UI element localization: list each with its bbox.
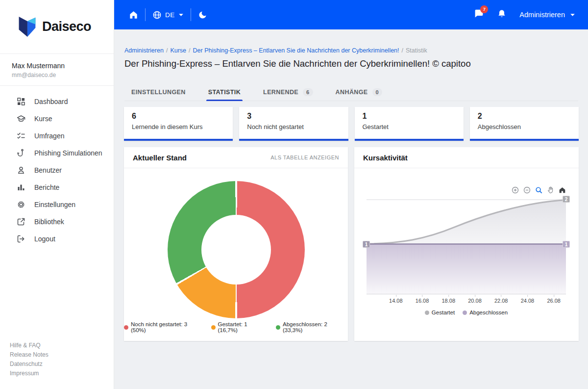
sidebar-item-umfragen[interactable]: Umfragen [0,127,114,144]
donut-chart: Noch nicht gestartet: 3 (50%) Gestartet:… [124,168,348,341]
notifications-button[interactable] [497,9,507,21]
legend-label: Abgeschlossen [469,310,508,315]
language-selector[interactable]: DE [152,10,184,20]
library-icon [17,217,25,226]
tab-count-badge: 6 [303,88,313,96]
legend-item-nicht-gestartet[interactable]: Noch nicht gestartet: 3 (50%) [124,321,203,333]
sidebar-item-label: Dashboard [34,98,68,105]
donut-legend: Noch nicht gestartet: 3 (50%) Gestartet:… [124,321,348,333]
sidebar-item-label: Einstellungen [34,201,75,208]
sidebar-item-phishing-simulationen[interactable]: Phishing Simulationen [0,144,114,161]
tab-label: STATISTIK [208,89,241,96]
language-label: DE [165,11,175,19]
footer-link-hilfe-faq[interactable]: Hilfe & FAQ [10,341,114,350]
sidebar-item-berichte[interactable]: Berichte [0,179,114,196]
show-as-table-button[interactable]: ALS TABELLE ANZEIGEN [270,155,339,160]
breadcrumb-link-kurse[interactable]: Kurse [170,47,186,54]
legend-label: Gestartet: 1 (16,7%) [218,321,269,333]
tab-bar: EINSTELLUNGEN STATISTIK LERNENDE 6 ANHÄN… [124,84,578,101]
sidebar-item-einstellungen[interactable]: Einstellungen [0,196,114,213]
sidebar-menu: Dashboard Kurse Umfragen Phishing Simu [0,86,114,341]
pan-hand-icon[interactable] [547,186,554,194]
charts-row: Aktueller Stand ALS TABELLE ANZEIGEN Noc… [124,147,579,341]
sidebar-item-dashboard[interactable]: Dashboard [0,93,114,110]
zoom-select-icon[interactable] [535,186,542,194]
sidebar-item-kurse[interactable]: Kurse [0,110,114,127]
brand-name: Daiseco [42,19,91,34]
users-icon [17,166,25,175]
x-tick: 20.08 [468,298,482,304]
logout-icon [17,234,25,243]
tab-anhaenge[interactable]: ANHÄNGE 0 [329,84,390,101]
legend-dot-purple [463,311,467,315]
stat-card-gestartet: 1 Gestartet [355,107,464,141]
phishing-hook-icon [17,149,25,157]
tab-einstellungen[interactable]: EINSTELLUNGEN [124,84,193,101]
legend-dot-red [124,325,128,330]
legend-item-gestartet[interactable]: Gestartet: 1 (16,7%) [211,321,269,333]
zoom-out-icon[interactable] [523,186,531,194]
messages-button[interactable]: 7 [474,9,484,21]
legend-dot-orange [211,325,216,330]
bell-icon [497,9,507,19]
footer-link-release-notes[interactable]: Release Notes [10,350,114,360]
stats-row: 6 Lernende in diesem Kurs 3 Noch nicht g… [124,107,579,141]
topbar-divider [191,8,191,21]
sidebar-item-bibliothek[interactable]: Bibliothek [0,213,114,230]
stat-label: Abgeschlossen [478,123,571,130]
breadcrumb-link-administrieren[interactable]: Administrieren [124,47,164,54]
dashboard-icon [17,97,25,106]
tab-count-badge: 0 [372,88,383,96]
edge-label-right-line: 1 [563,241,570,248]
breadcrumb-separator: / [166,47,168,54]
card-title: Aktueller Stand [133,154,187,162]
breadcrumb-link-course[interactable]: Der Phishing-Express – Entlarven Sie die… [193,47,399,54]
home-button[interactable] [129,10,138,20]
donut-chart-card: Aktueller Stand ALS TABELLE ANZEIGEN Noc… [124,147,348,341]
x-tick: 26.08 [547,298,561,304]
page-title: Der Phishing-Express – Entlarven Sie die… [124,58,471,69]
legend-label: Noch nicht gestartet: 3 (50%) [131,321,203,333]
reset-home-icon[interactable] [559,186,566,194]
sidebar-item-label: Phishing Simulationen [34,149,102,157]
edge-label-left: 1 [363,241,370,248]
footer-link-datenschutz[interactable]: Datenschutz [10,360,114,369]
account-label: Administrieren [519,11,565,19]
stat-card-lernende: 6 Lernende in diesem Kurs [124,107,233,141]
sidebar-item-label: Bibliothek [34,218,64,226]
stat-label: Lernende in diesem Kurs [132,123,225,130]
sidebar-item-label: Umfragen [34,132,64,140]
tab-label: ANHÄNGE [336,89,368,96]
x-axis-ticks: 14.08 16.08 18.08 20.08 22.08 24.08 26.0… [367,295,566,306]
plot-area[interactable]: 1 1 2 [367,199,566,294]
legend-item-gestartet[interactable]: Gestartet [425,310,455,315]
sidebar-item-label: Logout [34,235,55,243]
tab-statistik[interactable]: STATISTIK [201,84,247,101]
stat-value: 2 [478,112,571,121]
reports-icon [17,183,25,192]
courses-icon [17,114,25,123]
donut-ring [168,181,305,318]
x-tick: 18.08 [442,298,456,304]
chevron-down-icon [570,13,575,17]
legend-item-abgeschlossen[interactable]: Abgeschlossen [463,310,508,315]
legend-item-abgeschlossen[interactable]: Abgeschlossen: 2 (33,3%) [276,321,348,333]
breadcrumb-separator: / [402,47,403,54]
user-info: Max Mustermann mm@daiseco.de [0,54,114,86]
settings-gear-icon [17,200,25,209]
topbar: DE 7 Administrieren [114,0,588,29]
stat-value: 3 [247,112,340,121]
breadcrumb-separator: / [189,47,190,54]
stat-label: Gestartet [363,123,456,130]
account-menu[interactable]: Administrieren [519,11,575,19]
sidebar-item-label: Berichte [34,183,59,191]
tab-lernende[interactable]: LERNENDE 6 [256,84,320,101]
sidebar-item-benutzer[interactable]: Benutzer [0,161,114,179]
main-content: Administrieren/Kurse/Der Phishing-Expres… [114,29,588,389]
stat-value: 6 [132,112,225,121]
sidebar-item-logout[interactable]: Logout [0,230,114,247]
donut-hole [201,215,271,285]
zoom-in-icon[interactable] [512,186,519,194]
footer-link-impressum[interactable]: Impressum [10,369,114,378]
dark-mode-toggle[interactable] [198,10,207,20]
